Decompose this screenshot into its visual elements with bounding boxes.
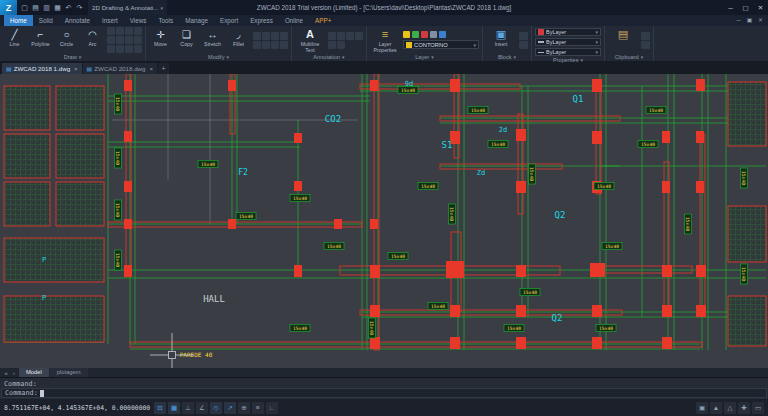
snap-toggle[interactable]: ⊡ [154,402,166,414]
copy-button[interactable]: ❏Copy [175,27,198,53]
tab-express[interactable]: Express [244,15,279,26]
modify-panel-label[interactable]: Modify ▾ [149,53,288,61]
circle-button[interactable]: ○Circle [55,27,78,53]
layer-dropdown[interactable]: CONTORNO ▾ [403,40,479,49]
layer-state-icon[interactable] [403,31,410,38]
ortho-toggle[interactable]: ⊥ [182,402,194,414]
mini-tool-icon[interactable] [125,45,133,53]
workspace-switch-button[interactable]: ✚ [738,402,750,414]
polyline-button[interactable]: ⌐Polyline [29,27,52,53]
mini-tool-icon[interactable] [116,27,124,35]
arc-button[interactable]: ◠Arc [81,27,104,53]
block-panel-label[interactable]: Block ▾ [486,53,528,61]
mini-tool-icon[interactable] [280,41,288,49]
mini-tool-icon[interactable] [253,32,261,40]
mini-tool-icon[interactable] [271,41,279,49]
property-dropdown-1[interactable]: ByLayer▾ [535,38,601,46]
maximize-button[interactable]: ▢ [738,0,753,15]
tab-insert[interactable]: Insert [96,15,124,26]
app-logo[interactable]: Z [0,0,17,15]
layer-state-icon[interactable] [421,31,428,38]
doc-tab-zwcad-2018-1-dwg[interactable]: ▤ZWCAD 2018 1.dwg× [2,63,82,74]
property-dropdown-2[interactable]: ByLayer▾ [535,48,601,56]
lwt-toggle[interactable]: ≡ [252,402,264,414]
mini-tool-icon[interactable] [134,36,142,44]
mini-tool-icon[interactable] [346,32,354,40]
print-icon[interactable]: ▦ [52,4,63,12]
polar-toggle[interactable]: ∠ [196,402,208,414]
command-window[interactable]: Command: Command: [0,377,768,399]
layer-properties-button[interactable]: ≡ Layer Properties [370,27,400,53]
dyn-toggle[interactable]: ⊕ [238,402,250,414]
tab-solid[interactable]: Solid [33,15,59,26]
workspace-switcher[interactable]: 2D Drafting & Annotati... ▾ [88,0,167,15]
draw-panel-label[interactable]: Draw ▾ [3,53,142,61]
mini-tool-icon[interactable] [125,27,133,35]
layer-state-icon[interactable] [430,31,437,38]
mini-tool-icon[interactable] [107,27,115,35]
tab-views[interactable]: Views [124,15,153,26]
mini-tool-icon[interactable] [116,45,124,53]
stretch-button[interactable]: ↔Stretch [201,27,224,53]
mini-tool-icon[interactable] [107,36,115,44]
clipboard-panel-label[interactable]: Clipboard ▾ [608,53,650,61]
mini-tool-icon[interactable] [134,27,142,35]
minimize-button[interactable]: ─ [723,0,738,15]
mini-tool-icon[interactable] [253,41,261,49]
osnap-toggle[interactable]: ◇ [210,402,222,414]
tab-manage[interactable]: Manage [179,15,214,26]
move-button[interactable]: ✛Move [149,27,172,53]
mini-tool-icon[interactable] [519,41,528,49]
mini-tool-icon[interactable] [134,45,142,53]
mini-tool-icon[interactable] [355,32,363,40]
mini-tool-icon[interactable] [328,41,336,49]
properties-panel-label[interactable]: Properties ▾ [535,57,601,63]
layout-nav-icon[interactable]: « [2,370,10,376]
mini-tool-icon[interactable] [337,32,345,40]
new-tab-button[interactable]: + [158,63,169,74]
mini-tool-icon[interactable] [280,32,288,40]
multiline-text-button[interactable]: A Multiline Text [295,27,325,53]
ucs-toggle[interactable]: ∟ [266,402,278,414]
mini-tool-icon[interactable] [262,41,270,49]
mini-tool-icon[interactable] [262,32,270,40]
layer-state-icon[interactable] [439,31,446,38]
insert-block-button[interactable]: ▣ Insert [486,27,516,53]
layer-panel-label[interactable]: Layer ▾ [370,53,479,61]
command-input[interactable]: Command: [1,388,767,398]
undo-icon[interactable]: ↶ [63,4,74,12]
save-icon[interactable]: ▥ [41,4,52,12]
layer-state-icon[interactable] [412,31,419,38]
close-icon[interactable]: × [150,66,154,72]
close-button[interactable]: ✕ [753,0,768,15]
fillet-button[interactable]: ◞Fillet [227,27,250,53]
open-file-icon[interactable]: ▤ [30,4,41,12]
mini-tool-icon[interactable] [125,36,133,44]
doc-close-button[interactable]: ✕ [755,15,766,26]
tab-home[interactable]: Home [4,15,33,26]
fullscreen-button[interactable]: ▭ [752,402,764,414]
mini-tool-icon[interactable] [641,41,650,49]
drawing-canvas[interactable]: 15x4015x4015x4015x4015x4015x4015x4015x40… [0,74,768,368]
line-button[interactable]: ╱Line [3,27,26,53]
annotation-scale-button[interactable]: ▲ [710,402,722,414]
doc-minimize-button[interactable]: ─ [733,15,744,26]
model-space-button[interactable]: ▣ [696,402,708,414]
tab-app[interactable]: APP+ [309,15,337,26]
layout-tab-plotagem[interactable]: plotagem [50,368,88,377]
property-dropdown-0[interactable]: ByLayer▾ [535,28,601,36]
layout-tab-model[interactable]: Model [19,368,49,377]
redo-icon[interactable]: ↷ [74,4,85,12]
layout-nav-icon[interactable]: ‹ [10,370,18,376]
mini-tool-icon[interactable] [337,41,345,49]
grid-toggle[interactable]: ▦ [168,402,180,414]
mini-tool-icon[interactable] [328,32,336,40]
tab-export[interactable]: Export [214,15,244,26]
annotation-visibility-button[interactable]: △ [724,402,736,414]
tab-annotate[interactable]: Annotate [59,15,96,26]
annotation-panel-label[interactable]: Annotation ▾ [295,53,363,61]
mini-tool-icon[interactable] [107,45,115,53]
doc-restore-button[interactable]: ▣ [744,15,755,26]
mini-tool-icon[interactable] [271,32,279,40]
mini-tool-icon[interactable] [116,36,124,44]
